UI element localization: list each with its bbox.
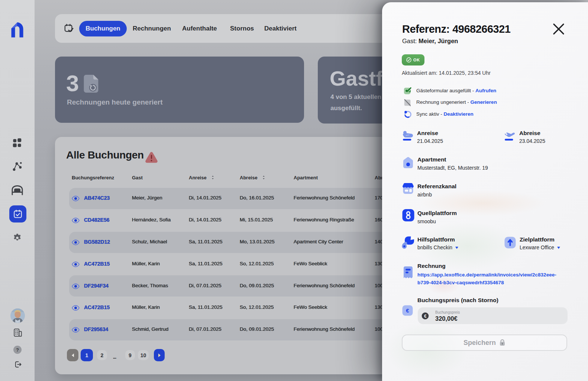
svg-text:€: €: [424, 314, 427, 319]
svg-text:€: €: [406, 307, 409, 314]
